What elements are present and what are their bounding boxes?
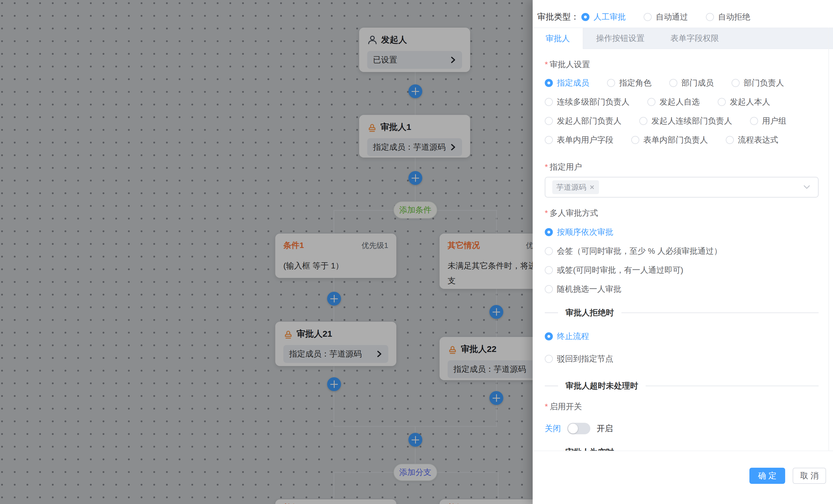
- radio-label: 自动拒绝: [718, 11, 750, 23]
- divider-line: [646, 386, 818, 386]
- cancel-button[interactable]: 取 消: [793, 468, 826, 484]
- timeout-section-title: 审批人超时未处理时: [566, 380, 638, 392]
- radio-label: 或签(可同时审批，有一人通过即可): [557, 265, 684, 276]
- radio-label: 终止流程: [557, 331, 589, 342]
- radio-label: 发起人本人: [730, 97, 770, 107]
- required-asterisk: *: [545, 162, 548, 171]
- drawer-scrollbar[interactable]: [828, 28, 829, 451]
- assign-user-label: *指定用户: [545, 162, 818, 172]
- enable-toggle[interactable]: [567, 423, 590, 434]
- radio-initiator-dept-leader[interactable]: 发起人部门负责人: [545, 116, 621, 126]
- radio-initiator-multi-dept-leader[interactable]: 发起人连续部门负责人: [639, 116, 732, 126]
- reject-section-divider: 审批人拒绝时: [545, 308, 818, 318]
- radio-form-user-field[interactable]: 表单内用户字段: [545, 134, 613, 146]
- radio-multi-level-dept-leader[interactable]: 连续多级部门负责人: [545, 97, 629, 107]
- radio-designated-member[interactable]: 指定成员: [545, 77, 589, 89]
- radio-label: 表单内用户字段: [557, 134, 613, 146]
- multi-mode-label: *多人审批方式: [545, 208, 818, 218]
- radio-icon: [545, 98, 553, 106]
- radio-label: 人工审批: [593, 11, 626, 23]
- radio-terminate-process[interactable]: 终止流程: [545, 331, 818, 342]
- radio-icon: [732, 79, 740, 87]
- switch-off-label: 关闭: [545, 423, 561, 434]
- approver-setting-row4: 表单内用户字段 表单内部门负责人 流程表达式: [545, 134, 818, 146]
- tab-action-buttons[interactable]: 操作按钮设置: [583, 28, 658, 49]
- radio-icon: [647, 98, 656, 106]
- close-icon[interactable]: [589, 184, 595, 190]
- radio-label: 发起人自选: [660, 97, 700, 107]
- radio-label: 连续多级部门负责人: [557, 97, 629, 107]
- radio-form-dept-leader[interactable]: 表单内部门负责人: [631, 134, 708, 146]
- radio-label: 自动通过: [656, 11, 688, 23]
- radio-icon: [706, 13, 714, 21]
- radio-user-group[interactable]: 用户组: [750, 116, 786, 126]
- radio-icon: [545, 247, 553, 255]
- approver-setting-row3: 发起人部门负责人 发起人连续部门负责人 用户组: [545, 115, 818, 127]
- radio-process-expression[interactable]: 流程表达式: [726, 134, 778, 146]
- required-asterisk: *: [545, 402, 548, 411]
- radio-icon: [545, 117, 553, 125]
- divider-line: [621, 312, 818, 313]
- radio-selected-icon: [581, 13, 590, 21]
- radio-icon: [607, 79, 615, 87]
- radio-label: 表单内部门负责人: [643, 134, 708, 146]
- radio-icon: [718, 98, 726, 106]
- drawer-footer: 确 定 取 消: [533, 451, 833, 504]
- radio-icon: [631, 136, 639, 144]
- radio-label: 会签（可同时审批，至少 % 人必须审批通过）: [557, 246, 722, 257]
- switch-on-label: 开启: [597, 423, 613, 434]
- tab-approver[interactable]: 审批人: [533, 28, 583, 49]
- required-asterisk: *: [545, 208, 548, 218]
- radio-selected-icon: [545, 228, 553, 236]
- approval-type-row: 审批类型： 人工审批 自动通过 自动拒绝: [533, 0, 833, 28]
- radio-icon: [669, 79, 677, 87]
- radio-dept-leader[interactable]: 部门负责人: [732, 77, 784, 89]
- tab-form-field-permissions[interactable]: 表单字段权限: [658, 28, 732, 49]
- drawer-tabs: 审批人 操作按钮设置 表单字段权限: [533, 28, 833, 49]
- radio-icon: [545, 285, 553, 293]
- radio-designated-role[interactable]: 指定角色: [607, 77, 651, 89]
- radio-label: 部门负责人: [744, 77, 784, 89]
- radio-icon: [545, 136, 553, 144]
- radio-label: 发起人部门负责人: [557, 116, 621, 126]
- radio-or-sign[interactable]: 或签(可同时审批，有一人通过即可): [545, 264, 818, 276]
- radio-random-one[interactable]: 随机挑选一人审批: [545, 283, 818, 295]
- radio-label: 流程表达式: [738, 134, 778, 146]
- radio-icon: [639, 117, 647, 125]
- radio-auto-approve[interactable]: 自动通过: [644, 11, 688, 23]
- radio-icon: [726, 136, 734, 144]
- drawer-body[interactable]: *审批人设置 指定成员 指定角色 部门成员 部门负责人 连续: [533, 49, 833, 451]
- confirm-button[interactable]: 确 定: [749, 468, 785, 484]
- radio-label: 随机挑选一人审批: [557, 284, 621, 295]
- approver-setting-row1: 指定成员 指定角色 部门成员 部门负责人: [545, 77, 818, 89]
- toggle-knob: [568, 424, 578, 433]
- radio-label: 指定角色: [619, 77, 651, 89]
- radio-label: 指定成员: [557, 77, 589, 89]
- divider-line: [545, 312, 558, 313]
- radio-icon: [750, 117, 758, 125]
- divider-line: [545, 386, 558, 386]
- radio-return-to-node[interactable]: 驳回到指定节点: [545, 353, 818, 364]
- radio-manual-approval[interactable]: 人工审批: [581, 11, 626, 23]
- approver-setting-label: *审批人设置: [545, 59, 818, 70]
- approver-settings-drawer: 审批类型： 人工审批 自动通过 自动拒绝 审批人 操作按钮设置 表单字段权限 *…: [533, 0, 833, 504]
- reject-section-title: 审批人拒绝时: [566, 307, 614, 318]
- empty-section-divider: 审批人为空时: [545, 447, 818, 451]
- approval-type-label: 审批类型：: [537, 11, 579, 23]
- radio-icon: [545, 266, 553, 274]
- radio-auto-reject[interactable]: 自动拒绝: [706, 11, 750, 23]
- radio-label: 发起人连续部门负责人: [651, 116, 732, 126]
- radio-selected-icon: [545, 332, 553, 341]
- radio-initiator-choose[interactable]: 发起人自选: [647, 97, 700, 107]
- approver-setting-row2: 连续多级部门负责人 发起人自选 发起人本人: [545, 96, 818, 108]
- assign-user-select[interactable]: 芋道源码: [545, 177, 818, 198]
- radio-initiator-self[interactable]: 发起人本人: [718, 97, 770, 107]
- radio-label: 驳回到指定节点: [557, 353, 613, 364]
- radio-dept-member[interactable]: 部门成员: [669, 77, 714, 89]
- radio-countersign[interactable]: 会签（可同时审批，至少 % 人必须审批通过）: [545, 245, 818, 257]
- radio-label: 按顺序依次审批: [557, 227, 613, 237]
- radio-sequential-approval[interactable]: 按顺序依次审批: [545, 226, 818, 238]
- required-asterisk: *: [545, 60, 548, 69]
- radio-selected-icon: [545, 79, 553, 87]
- empty-section-title: 审批人为空时: [566, 447, 614, 451]
